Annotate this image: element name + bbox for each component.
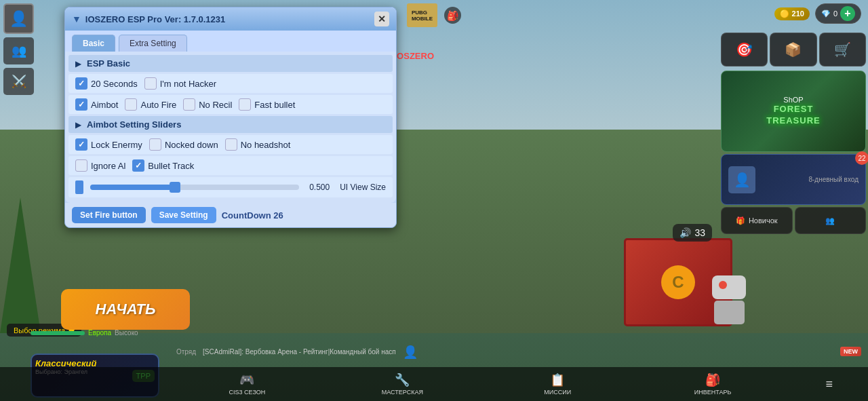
- checkbox-bullet-track-box: ✓: [132, 159, 144, 172]
- checkbox-autofire-label: Auto Fire: [140, 100, 176, 110]
- checkbox-autofire[interactable]: Auto Fire: [125, 98, 176, 111]
- gift-button[interactable]: 🎁 Новичок: [721, 207, 793, 234]
- row-ignore: Ignore Al ✓ Bullet Track: [68, 156, 393, 175]
- slider-value: 0.500: [306, 183, 333, 192]
- more-icon: ≡: [826, 377, 833, 392]
- checkbox-aimbot[interactable]: ✓ Aimbot: [75, 98, 118, 111]
- missions-label: МИССИИ: [544, 389, 571, 396]
- squad-label: Отряд: [176, 348, 196, 356]
- inventory-nav[interactable]: 🎒 ИНВЕНТАРЬ: [635, 373, 791, 396]
- tab-extra[interactable]: Extra Setting: [119, 35, 187, 52]
- row-lock: ✓ Lock Enermy Nocked down No headshot: [68, 135, 393, 154]
- checkbox-aimbot-box: ✓: [75, 98, 87, 111]
- shop-prefix: ShOP: [783, 96, 803, 104]
- checkbox-no-headshot[interactable]: No headshot: [225, 138, 291, 151]
- checkbox-aimbot-label: Aimbot: [91, 100, 118, 110]
- dropdown-arrow-icon: ▼: [72, 14, 81, 24]
- chest-symbol: C: [661, 265, 695, 299]
- target-button[interactable]: 🎯: [721, 33, 768, 66]
- esp-basic-header[interactable]: ▶ ESP Basic: [68, 55, 393, 72]
- share-button[interactable]: 👥: [795, 207, 867, 234]
- health-area: Европа Высоко: [31, 329, 138, 337]
- checkbox-knocked-down[interactable]: Nocked down: [149, 138, 218, 151]
- checkbox-ignore-ai[interactable]: Ignore Al: [75, 159, 125, 172]
- watermark: IOSZERO: [394, 51, 434, 61]
- gold-icon: 🟡: [780, 9, 789, 18]
- novice-label: Новичок: [749, 216, 778, 225]
- checkbox-20seconds[interactable]: ✓ 20 Seconds: [75, 77, 138, 90]
- forest-text-line2: TREASURE: [766, 115, 821, 127]
- panel-title-left: ▼ IOSZERO ESP Pro Ver: 1.7.0.1231: [72, 14, 225, 24]
- volume-indicator[interactable]: 🔊 33: [673, 224, 712, 242]
- checkbox-bullet-track[interactable]: ✓ Bullet Track: [132, 159, 194, 172]
- bp-amount: 0: [833, 9, 837, 18]
- checkbox-no-headshot-box: [225, 138, 237, 151]
- forest-text-line1: FOREST: [774, 104, 814, 115]
- aimbot-sliders-header[interactable]: ▶ Aimbot Setting Sliders: [68, 116, 393, 133]
- bag-icon[interactable]: 🎒: [444, 7, 461, 24]
- tab-basic[interactable]: Basic: [72, 35, 115, 52]
- health-bar: [31, 331, 85, 335]
- checkbox-20seconds-box: ✓: [75, 77, 87, 90]
- missions-nav[interactable]: 📋 МИССИИ: [480, 373, 635, 396]
- save-setting-button[interactable]: Save Setting: [151, 207, 216, 223]
- right-panel: 🎯 📦 🛒 ShOP FOREST TREASURE 👤 8-дневный в…: [719, 31, 868, 234]
- shop-icons-row: 🎯 📦 🛒: [719, 31, 868, 69]
- section2-arrow-icon: ▶: [75, 120, 81, 130]
- workshop-label: МАСТЕРСКАЯ: [382, 389, 423, 396]
- forest-treasure-banner[interactable]: ShOP FOREST TREASURE: [721, 71, 866, 152]
- checkbox-not-hacker-label: I'm not Hacker: [160, 79, 216, 89]
- robot-mascot: [705, 275, 753, 330]
- player-icon: 👤: [403, 345, 418, 360]
- fire-button[interactable]: Set Fire button: [72, 207, 146, 223]
- checkbox-not-hacker[interactable]: I'm not Hacker: [144, 77, 216, 90]
- slider-thumb[interactable]: [170, 182, 180, 193]
- start-button[interactable]: НАЧАТЬ: [61, 289, 190, 330]
- checkbox-lock-enemy-label: Lock Enermy: [91, 140, 142, 150]
- close-button[interactable]: ✕: [374, 12, 389, 26]
- checkbox-knocked-down-box: [149, 138, 161, 151]
- checkbox-norecil[interactable]: No Recil: [183, 98, 232, 111]
- countdown-label: CountDown 26: [222, 210, 283, 221]
- pubg-logo: PUBGMOBILE 🎒: [407, 3, 461, 27]
- gift-icon: 🎁: [736, 216, 745, 225]
- share-icon: 👥: [825, 216, 835, 225]
- checkbox-lock-enemy[interactable]: ✓ Lock Enermy: [75, 138, 142, 151]
- slider-handle-left: [75, 180, 83, 194]
- checkbox-ignore-ai-label: Ignore Al: [91, 161, 125, 171]
- aimbot-sliders-title: Aimbot Setting Sliders: [87, 119, 181, 130]
- chest-button[interactable]: 📦: [770, 33, 816, 66]
- add-bp-button[interactable]: +: [840, 6, 855, 21]
- slider-fill: [90, 185, 174, 190]
- gift-row: 🎁 Новичок 👥: [719, 207, 868, 234]
- workshop-icon: 🔧: [395, 373, 410, 387]
- inventory-label: ИНВЕНТАРЬ: [694, 389, 732, 396]
- season-nav[interactable]: 🎮 CIS3 СЕЗОН: [170, 373, 325, 396]
- person-icon: 👤: [9, 10, 28, 28]
- location-text: Европа: [88, 329, 111, 337]
- panel-body: ▶ ESP Basic ✓ 20 Seconds I'm not Hacker …: [65, 52, 396, 203]
- esp-basic-title: ESP Basic: [87, 58, 130, 69]
- daily-login-banner[interactable]: 👤 8-дневный вход 22: [721, 154, 866, 205]
- panel-titlebar: ▼ IOSZERO ESP Pro Ver: 1.7.0.1231 ✕: [65, 7, 396, 31]
- bp-currency[interactable]: 💎 0 +: [815, 3, 861, 24]
- pubg-emblem: PUBGMOBILE: [407, 3, 437, 27]
- bp-icon: 💎: [821, 9, 831, 18]
- slider-row: 0.500 UI View Size: [68, 177, 393, 197]
- panel-tabs: Basic Extra Setting: [65, 31, 396, 52]
- checkbox-no-headshot-label: No headshot: [241, 140, 291, 150]
- checkbox-knocked-down-label: Nocked down: [165, 140, 218, 150]
- shop-button[interactable]: 🛒: [819, 33, 866, 66]
- season-icon: 🎮: [239, 373, 254, 387]
- missions-icon: 📋: [550, 373, 565, 387]
- checkbox-fastbullet[interactable]: Fast bullet: [239, 98, 295, 111]
- gold-currency[interactable]: 🟡 210: [774, 7, 810, 20]
- team-button[interactable]: ⚔️: [3, 68, 34, 95]
- workshop-nav[interactable]: 🔧 МАСТЕРСКАЯ: [325, 373, 480, 396]
- player-avatar[interactable]: 👤: [3, 3, 34, 34]
- checkbox-lock-enemy-box: ✓: [75, 138, 87, 151]
- checkbox-not-hacker-box: [144, 77, 157, 90]
- checkbox-norecil-label: No Recil: [199, 100, 232, 110]
- slider-track[interactable]: [90, 185, 299, 190]
- friends-button[interactable]: 👥: [3, 37, 34, 64]
